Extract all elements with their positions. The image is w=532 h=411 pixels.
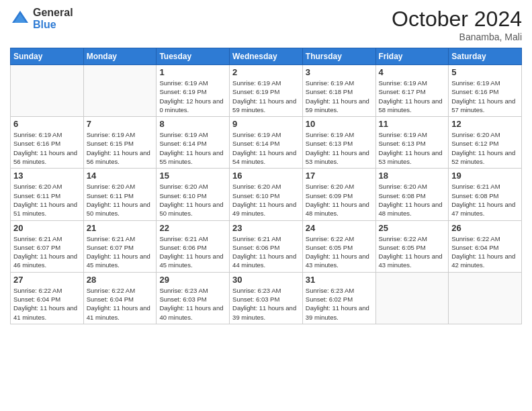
day-number: 12 xyxy=(451,119,519,129)
weekday-header-wednesday: Wednesday xyxy=(230,48,303,65)
day-detail: Sunrise: 6:19 AMSunset: 6:16 PMDaylight:… xyxy=(451,79,519,114)
day-cell: 14Sunrise: 6:20 AMSunset: 6:11 PMDayligh… xyxy=(83,169,157,220)
day-detail: Sunrise: 6:19 AMSunset: 6:16 PMDaylight:… xyxy=(13,130,81,166)
day-cell: 11Sunrise: 6:19 AMSunset: 6:13 PMDayligh… xyxy=(375,117,449,169)
day-number: 11 xyxy=(379,119,446,129)
day-cell: 9Sunrise: 6:19 AMSunset: 6:14 PMDaylight… xyxy=(230,117,303,169)
day-number: 18 xyxy=(379,171,446,181)
day-detail: Sunrise: 6:23 AMSunset: 6:03 PMDaylight:… xyxy=(159,286,226,322)
day-number: 17 xyxy=(306,171,373,181)
day-number: 20 xyxy=(13,223,81,233)
week-row-1: 1Sunrise: 6:19 AMSunset: 6:19 PMDaylight… xyxy=(11,65,522,117)
logo: General Blue xyxy=(10,7,73,30)
day-cell: 28Sunrise: 6:22 AMSunset: 6:04 PMDayligh… xyxy=(83,272,157,324)
day-cell: 29Sunrise: 6:23 AMSunset: 6:03 PMDayligh… xyxy=(157,272,230,324)
day-cell: 5Sunrise: 6:19 AMSunset: 6:16 PMDaylight… xyxy=(449,65,522,117)
weekday-header-thursday: Thursday xyxy=(302,48,375,65)
logo-general-text: General xyxy=(33,7,73,19)
day-detail: Sunrise: 6:20 AMSunset: 6:11 PMDaylight:… xyxy=(13,182,81,218)
day-cell: 19Sunrise: 6:21 AMSunset: 6:08 PMDayligh… xyxy=(449,169,522,220)
month-title: October 2024 xyxy=(392,7,522,32)
logo-text: General Blue xyxy=(33,7,73,30)
day-cell: 4Sunrise: 6:19 AMSunset: 6:17 PMDaylight… xyxy=(375,65,449,117)
day-detail: Sunrise: 6:21 AMSunset: 6:07 PMDaylight:… xyxy=(87,234,154,270)
day-detail: Sunrise: 6:23 AMSunset: 6:02 PMDaylight:… xyxy=(306,286,373,322)
logo-blue-text: Blue xyxy=(33,19,73,31)
day-number: 29 xyxy=(159,275,226,285)
day-detail: Sunrise: 6:21 AMSunset: 6:06 PMDaylight:… xyxy=(232,234,300,270)
day-number: 23 xyxy=(232,223,300,233)
day-detail: Sunrise: 6:21 AMSunset: 6:06 PMDaylight:… xyxy=(159,234,226,270)
day-cell: 13Sunrise: 6:20 AMSunset: 6:11 PMDayligh… xyxy=(11,169,84,220)
day-number: 19 xyxy=(451,171,519,181)
day-detail: Sunrise: 6:19 AMSunset: 6:19 PMDaylight:… xyxy=(232,79,300,114)
day-number: 16 xyxy=(232,171,300,181)
day-cell: 25Sunrise: 6:22 AMSunset: 6:05 PMDayligh… xyxy=(375,220,449,272)
day-cell: 20Sunrise: 6:21 AMSunset: 6:07 PMDayligh… xyxy=(11,220,84,272)
day-cell: 8Sunrise: 6:19 AMSunset: 6:14 PMDaylight… xyxy=(157,117,230,169)
day-detail: Sunrise: 6:22 AMSunset: 6:04 PMDaylight:… xyxy=(87,286,154,322)
day-detail: Sunrise: 6:19 AMSunset: 6:18 PMDaylight:… xyxy=(306,79,373,114)
weekday-header-sunday: Sunday xyxy=(11,48,84,65)
location: Banamba, Mali xyxy=(392,32,522,42)
day-number: 2 xyxy=(232,67,300,77)
week-row-5: 27Sunrise: 6:22 AMSunset: 6:04 PMDayligh… xyxy=(11,272,522,324)
day-detail: Sunrise: 6:22 AMSunset: 6:05 PMDaylight:… xyxy=(306,234,373,270)
day-number: 31 xyxy=(306,275,373,285)
day-cell: 7Sunrise: 6:19 AMSunset: 6:15 PMDaylight… xyxy=(83,117,157,169)
day-cell: 24Sunrise: 6:22 AMSunset: 6:05 PMDayligh… xyxy=(302,220,375,272)
day-detail: Sunrise: 6:23 AMSunset: 6:03 PMDaylight:… xyxy=(232,286,300,322)
weekday-header-friday: Friday xyxy=(375,48,449,65)
day-number: 30 xyxy=(232,275,300,285)
day-number: 22 xyxy=(159,223,226,233)
day-number: 26 xyxy=(451,223,519,233)
day-cell: 22Sunrise: 6:21 AMSunset: 6:06 PMDayligh… xyxy=(157,220,230,272)
day-number: 27 xyxy=(13,275,81,285)
day-cell: 2Sunrise: 6:19 AMSunset: 6:19 PMDaylight… xyxy=(230,65,303,117)
day-number: 6 xyxy=(13,119,81,129)
day-number: 7 xyxy=(87,119,154,129)
day-cell xyxy=(375,272,449,324)
day-detail: Sunrise: 6:19 AMSunset: 6:13 PMDaylight:… xyxy=(306,130,373,166)
day-detail: Sunrise: 6:20 AMSunset: 6:10 PMDaylight:… xyxy=(232,182,300,218)
day-cell: 18Sunrise: 6:20 AMSunset: 6:08 PMDayligh… xyxy=(375,169,449,220)
day-number: 3 xyxy=(306,67,373,77)
day-number: 5 xyxy=(451,67,519,77)
day-cell xyxy=(449,272,522,324)
day-cell: 10Sunrise: 6:19 AMSunset: 6:13 PMDayligh… xyxy=(302,117,375,169)
day-detail: Sunrise: 6:19 AMSunset: 6:15 PMDaylight:… xyxy=(87,130,154,166)
day-cell xyxy=(11,65,84,117)
day-number: 15 xyxy=(159,171,226,181)
week-row-4: 20Sunrise: 6:21 AMSunset: 6:07 PMDayligh… xyxy=(11,220,522,272)
week-row-3: 13Sunrise: 6:20 AMSunset: 6:11 PMDayligh… xyxy=(11,169,522,220)
day-cell: 30Sunrise: 6:23 AMSunset: 6:03 PMDayligh… xyxy=(230,272,303,324)
day-number: 1 xyxy=(159,67,226,77)
week-row-2: 6Sunrise: 6:19 AMSunset: 6:16 PMDaylight… xyxy=(11,117,522,169)
weekday-header-row: SundayMondayTuesdayWednesdayThursdayFrid… xyxy=(11,48,522,65)
day-cell: 1Sunrise: 6:19 AMSunset: 6:19 PMDaylight… xyxy=(157,65,230,117)
day-detail: Sunrise: 6:21 AMSunset: 6:07 PMDaylight:… xyxy=(13,234,81,270)
day-number: 14 xyxy=(87,171,154,181)
day-number: 8 xyxy=(159,119,226,129)
day-number: 4 xyxy=(379,67,446,77)
day-cell xyxy=(83,65,157,117)
day-detail: Sunrise: 6:19 AMSunset: 6:17 PMDaylight:… xyxy=(379,79,446,114)
day-cell: 23Sunrise: 6:21 AMSunset: 6:06 PMDayligh… xyxy=(230,220,303,272)
day-detail: Sunrise: 6:20 AMSunset: 6:10 PMDaylight:… xyxy=(159,182,226,218)
weekday-header-tuesday: Tuesday xyxy=(157,48,230,65)
day-cell: 12Sunrise: 6:20 AMSunset: 6:12 PMDayligh… xyxy=(449,117,522,169)
day-number: 9 xyxy=(232,119,300,129)
day-detail: Sunrise: 6:20 AMSunset: 6:11 PMDaylight:… xyxy=(87,182,154,218)
day-detail: Sunrise: 6:22 AMSunset: 6:04 PMDaylight:… xyxy=(451,234,519,270)
day-detail: Sunrise: 6:20 AMSunset: 6:08 PMDaylight:… xyxy=(379,182,446,218)
header: General Blue October 2024 Banamba, Mali xyxy=(10,7,522,42)
title-block: October 2024 Banamba, Mali xyxy=(392,7,522,42)
weekday-header-saturday: Saturday xyxy=(449,48,522,65)
day-number: 24 xyxy=(306,223,373,233)
day-detail: Sunrise: 6:19 AMSunset: 6:14 PMDaylight:… xyxy=(232,130,300,166)
day-cell: 27Sunrise: 6:22 AMSunset: 6:04 PMDayligh… xyxy=(11,272,84,324)
day-cell: 26Sunrise: 6:22 AMSunset: 6:04 PMDayligh… xyxy=(449,220,522,272)
day-detail: Sunrise: 6:19 AMSunset: 6:14 PMDaylight:… xyxy=(159,130,226,166)
day-number: 28 xyxy=(87,275,154,285)
page: General Blue October 2024 Banamba, Mali … xyxy=(0,0,532,411)
